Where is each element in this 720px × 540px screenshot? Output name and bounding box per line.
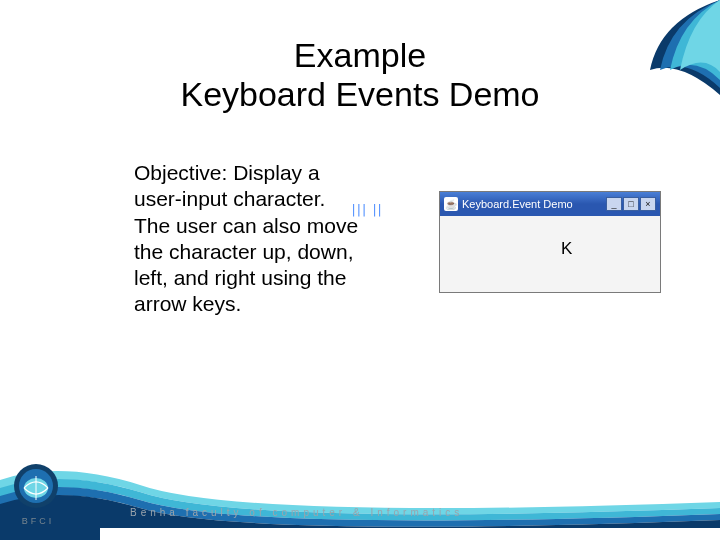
svg-point-4 — [24, 478, 48, 498]
image-selection-handles: ||| || — [350, 204, 381, 217]
keyboard-demo-window: ☕ Keyboard.Event Demo _ □ × K — [440, 192, 660, 292]
svg-point-3 — [19, 469, 53, 503]
close-button[interactable]: × — [640, 197, 656, 211]
java-icon-glyph: ☕ — [445, 199, 457, 210]
displayed-character: K — [561, 239, 572, 259]
window-buttons: _ □ × — [606, 197, 656, 211]
svg-rect-0 — [0, 528, 720, 540]
slide-title: Example Keyboard Events Demo — [0, 36, 720, 114]
title-line-2: Keyboard Events Demo — [180, 75, 539, 113]
minimize-button[interactable]: _ — [606, 197, 622, 211]
window-canvas[interactable]: K — [440, 216, 660, 292]
svg-point-2 — [14, 464, 58, 508]
window-title: Keyboard.Event Demo — [462, 198, 602, 210]
footer-text: Benha faculty of computer & Informatics — [130, 507, 463, 518]
svg-rect-1 — [0, 528, 100, 540]
java-icon: ☕ — [444, 197, 458, 211]
decorative-footer-swoosh — [0, 430, 720, 540]
maximize-button[interactable]: □ — [623, 197, 639, 211]
bfci-label: BFCI — [10, 516, 66, 526]
window-titlebar: ☕ Keyboard.Event Demo _ □ × — [440, 192, 660, 216]
title-line-1: Example — [294, 36, 426, 74]
slide: Example Keyboard Events Demo Objective: … — [0, 0, 720, 540]
slide-body-text: Objective: Display a user-input characte… — [134, 160, 364, 318]
bfci-logo-icon — [12, 462, 60, 510]
